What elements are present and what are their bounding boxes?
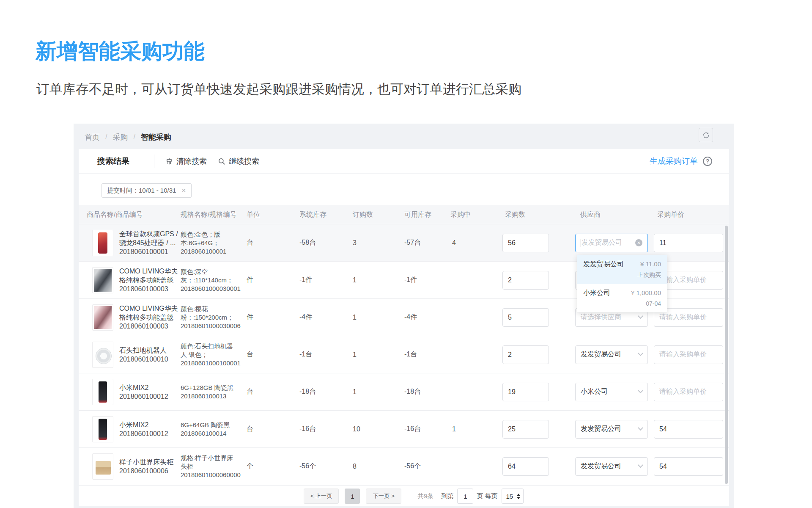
purchase-qty-input[interactable]: 19 [502,383,549,401]
breadcrumb-separator: / [133,133,135,141]
col-header-supplier: 供应商 [575,210,654,219]
per-page-value: 15 [506,493,513,500]
filter-tag: 提交时间：10/01 - 10/31 ✕ [102,183,192,198]
purchase-qty-input[interactable]: 64 [502,457,549,476]
page-subtitle: 订单库存不足时，可从订货单快速发起采购跟进采购情况，也可对订单进行汇总采购 [36,80,521,98]
order-qty-cell: 1 [353,276,404,284]
breadcrumb-purchase[interactable]: 采购 [112,132,128,142]
chevron-down-icon [638,351,643,356]
spec-cell: 颜色:樱花粉；:150*200cm；20180601000030006 [181,305,247,330]
col-header-system-stock: 系统库存 [299,210,353,219]
product-image [92,416,113,442]
table-scrollbar[interactable] [725,226,728,484]
purchase-qty-input[interactable]: 2 [502,271,549,290]
supplier-select[interactable]: 发发贸易公司 [575,420,648,439]
product-name: 小米MIX2 [119,383,168,392]
next-page-button[interactable]: 下一页 > [366,489,401,504]
chevron-down-icon [638,388,643,393]
col-header-unit-price: 采购单价 [654,210,729,219]
current-page-button[interactable]: 1 [345,489,360,504]
generate-po-link[interactable]: 生成采购订单 [650,156,698,167]
supplier-option-name: 小米公司 [583,289,610,298]
table-row: 小米MIX220180601000126G+64GB 陶瓷黑2018060100… [79,411,729,448]
breadcrumb: 首页 / 采购 / 智能采购 [85,132,171,142]
continue-search-button[interactable]: 继续搜索 [218,156,259,166]
col-header-order-qty: 订购数 [353,210,404,219]
supplier-select[interactable]: 发发贸易公司 [575,345,648,364]
breadcrumb-home[interactable]: 首页 [85,132,100,142]
supplier-input[interactable]: 发发贸易公司✕ [575,234,648,252]
purchase-qty-input[interactable]: 2 [502,345,549,364]
unit-price-input[interactable]: 请输入采购单价 [654,345,723,364]
per-page-select[interactable]: 15 [502,489,524,504]
system-stock-cell: -16台 [299,425,353,433]
goto-prefix-label: 到第 [441,492,454,500]
product-code: 2018060100001 [119,247,181,256]
product-image [92,267,113,293]
table-row: 样子小世界床头柜2018060100006规格:样子小世界床头柜20180601… [79,448,729,485]
results-card: 搜索结果 清除搜索 [79,149,729,506]
tag-close-icon[interactable]: ✕ [181,187,186,194]
col-header-available: 可用库存 [404,210,450,219]
breadcrumb-separator: / [105,133,107,141]
product-name: COMO LIVING华夫格纯棉多功能盖毯 [119,304,181,322]
product-code: 2018060100010 [119,355,168,364]
available-stock-cell: -56个 [404,462,450,471]
product-image [92,453,113,480]
clear-input-icon[interactable]: ✕ [635,239,642,246]
unit-price-input[interactable]: 54 [654,420,723,439]
goto-suffix-label: 页 每页 [477,492,497,500]
unit-cell: 件 [247,313,299,322]
available-stock-cell: -4件 [404,313,450,322]
supplier-select[interactable]: 发发贸易公司 [575,457,648,476]
clear-search-label: 清除搜索 [176,156,207,166]
page-title: 新增智能采购功能 [36,37,205,66]
unit-price-input[interactable]: 54 [654,457,723,476]
unit-cell: 台 [247,387,299,396]
purchase-qty-input[interactable]: 56 [502,234,549,252]
product-code: 2018060100012 [119,392,168,401]
purchase-qty-input[interactable]: 25 [502,420,549,439]
header-right: 生成采购订单 ? [650,149,712,173]
breadcrumb-current: 智能采购 [141,132,171,142]
total-count-label: 共9条 [417,492,433,500]
supplier-option-price: ¥ 1,000.00 [631,289,661,296]
supplier-option[interactable]: 小米公司 ¥ 1,000.00 07-04 [577,284,667,312]
order-qty-cell: 1 [353,351,404,359]
system-stock-cell: -1件 [299,276,353,284]
goto-page-input[interactable]: 1 [457,489,473,504]
col-header-purchasing: 采购中 [450,210,502,219]
product-image [92,304,113,331]
order-qty-cell: 8 [353,463,404,470]
supplier-dropdown: 发发贸易公司 ¥ 11.00 上次购买 小米公司 ¥ 1,000.00 07-0… [577,255,667,312]
text-cursor [581,239,581,247]
available-stock-cell: -18台 [404,387,450,396]
help-icon[interactable]: ? [703,157,712,166]
available-stock-cell: -1件 [404,276,450,284]
supplier-option-price: ¥ 11.00 [640,260,661,268]
available-stock-cell: -57台 [404,238,450,247]
product-code: 2018060100003 [119,284,181,293]
available-stock-cell: -1台 [404,350,450,359]
unit-price-input[interactable]: 11 [654,234,723,252]
order-qty-cell: 10 [353,425,404,433]
spec-cell: 颜色:金色；版本:6G+64G；2018060100001 [181,230,247,256]
product-name: 石头扫地机器人 [119,346,168,355]
col-header-unit: 单位 [247,210,299,219]
app-panel: 首页 / 采购 / 智能采购 搜索结果 [74,124,734,508]
product-code: 2018060100012 [119,429,168,438]
supplier-option-name: 发发贸易公司 [583,260,624,269]
card-header: 搜索结果 清除搜索 [79,149,729,174]
purchasing-cell: 1 [450,425,502,433]
spec-cell: 6G+128GB 陶瓷黑2018060100013 [181,384,247,400]
unit-price-input[interactable]: 请输入采购单价 [654,383,723,401]
refresh-button[interactable] [699,128,713,142]
refresh-icon [702,131,710,139]
supplier-option[interactable]: 发发贸易公司 ¥ 11.00 上次购买 [577,255,667,284]
prev-page-button[interactable]: < 上一页 [304,489,339,504]
order-qty-cell: 3 [353,239,404,247]
clear-search-button[interactable]: 清除搜索 [165,156,207,166]
spec-cell: 规格:样子小世界床头柜20180601000060000 [181,454,247,479]
supplier-select[interactable]: 小米公司 [575,383,648,401]
purchase-qty-input[interactable]: 5 [502,308,549,327]
